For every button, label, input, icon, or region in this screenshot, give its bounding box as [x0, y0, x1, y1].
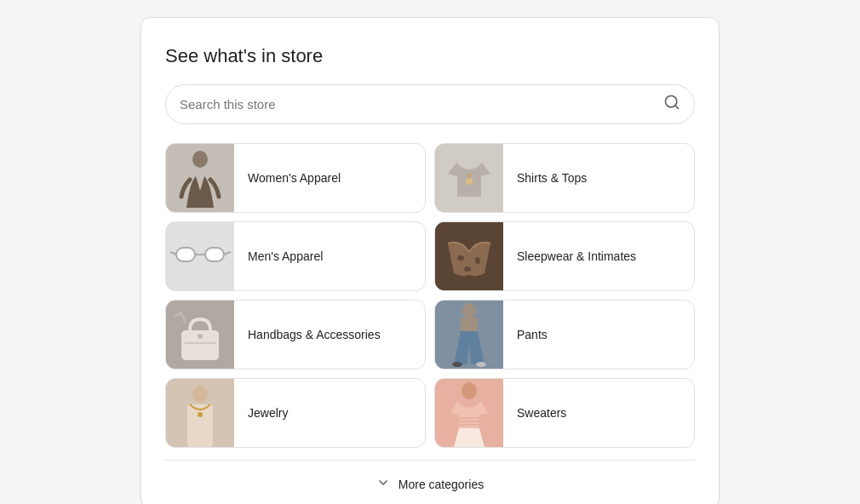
- category-image-pants: [435, 301, 503, 369]
- category-label-mens-apparel: Men's Apparel: [234, 249, 336, 264]
- chevron-down-icon: [376, 476, 390, 492]
- page-title: See what's in store: [165, 45, 695, 67]
- svg-rect-24: [461, 318, 478, 333]
- category-image-womens: [166, 144, 234, 212]
- category-label-handbags: Handbags & Accessories: [234, 327, 394, 342]
- category-label-sleepwear: Sleepwear & Intimates: [503, 249, 650, 264]
- svg-point-26: [476, 362, 486, 367]
- more-categories-label: More categories: [398, 478, 484, 491]
- svg-point-16: [475, 257, 480, 264]
- store-card: See what's in store Women's: [140, 17, 720, 504]
- category-item-pants[interactable]: Pants: [434, 300, 695, 369]
- category-label-sweaters: Sweaters: [503, 405, 580, 421]
- svg-point-23: [462, 303, 476, 318]
- svg-rect-9: [176, 248, 195, 261]
- category-item-sweaters[interactable]: Sweaters: [434, 378, 695, 448]
- svg-point-29: [192, 386, 208, 403]
- category-label-pants: Pants: [503, 327, 561, 342]
- search-bar[interactable]: [165, 84, 695, 124]
- category-image-sleepwear: [435, 222, 503, 290]
- category-item-jewelry[interactable]: Jewelry: [165, 378, 426, 448]
- category-item-sleepwear[interactable]: Sleepwear & Intimates: [434, 221, 695, 291]
- category-label-womens-apparel: Women's Apparel: [234, 170, 354, 186]
- category-label-shirts-tops: Shirts & Tops: [503, 170, 600, 186]
- svg-line-1: [675, 106, 679, 109]
- svg-point-17: [464, 266, 471, 272]
- svg-rect-10: [205, 248, 224, 261]
- svg-point-5: [466, 178, 473, 185]
- svg-point-3: [192, 151, 208, 168]
- svg-point-32: [462, 382, 477, 399]
- category-label-jewelry: Jewelry: [234, 405, 301, 421]
- category-image-mens: [166, 222, 234, 290]
- category-image-handbags: [166, 301, 234, 369]
- svg-point-25: [452, 362, 462, 367]
- search-input[interactable]: [180, 97, 663, 112]
- svg-point-30: [198, 412, 203, 417]
- category-item-womens-apparel[interactable]: Women's Apparel: [165, 143, 426, 213]
- category-image-jewelry: [166, 379, 234, 447]
- category-image-shirts: [435, 144, 503, 212]
- category-image-sweaters: [435, 379, 503, 447]
- svg-point-15: [457, 255, 464, 261]
- category-item-handbags[interactable]: Handbags & Accessories: [165, 300, 426, 369]
- category-item-mens-apparel[interactable]: Men's Apparel: [165, 221, 426, 291]
- svg-point-21: [198, 334, 203, 339]
- category-item-shirts-tops[interactable]: Shirts & Tops: [434, 143, 695, 213]
- search-icon: [663, 94, 680, 115]
- svg-rect-28: [187, 404, 213, 447]
- categories-grid: Women's Apparel Shirts & Tops: [165, 143, 695, 448]
- more-categories-button[interactable]: More categories: [165, 460, 695, 504]
